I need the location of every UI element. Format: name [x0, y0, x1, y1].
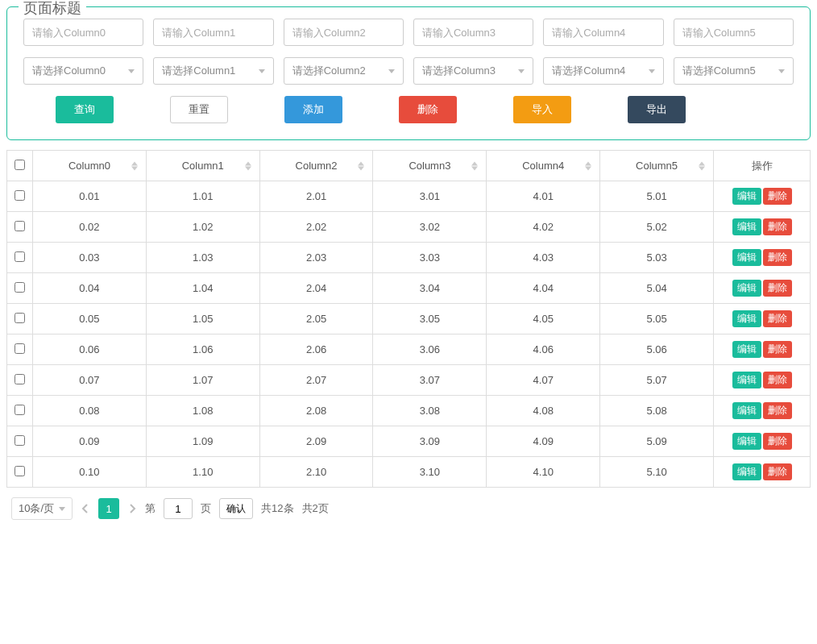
cell: 4.08 — [487, 396, 600, 426]
sort-icon[interactable] — [131, 161, 138, 170]
page-size-label: 10条/页 — [19, 501, 54, 516]
edit-button[interactable]: 编辑 — [732, 280, 761, 297]
page-input[interactable] — [164, 498, 193, 519]
edit-button[interactable]: 编辑 — [732, 249, 761, 266]
cell: 1.09 — [146, 426, 259, 457]
total-count: 共12条 — [261, 501, 293, 516]
row-delete-button[interactable]: 删除 — [763, 433, 792, 450]
page-number-current[interactable]: 1 — [98, 498, 119, 519]
row-checkbox[interactable] — [15, 190, 25, 201]
filter-select-3[interactable]: 请选择Column3 — [413, 57, 533, 85]
cell: 5.10 — [600, 457, 714, 488]
row-delete-button[interactable]: 删除 — [763, 372, 792, 388]
next-page-button[interactable] — [127, 504, 137, 513]
edit-button[interactable]: 编辑 — [732, 402, 761, 419]
row-checkbox[interactable] — [15, 313, 25, 323]
row-delete-button[interactable]: 删除 — [763, 310, 792, 327]
table-row: 0.101.102.103.104.105.10编辑删除 — [7, 457, 811, 488]
table-row: 0.031.032.033.034.035.03编辑删除 — [7, 243, 811, 273]
row-checkbox[interactable] — [15, 466, 25, 476]
cell: 5.03 — [600, 243, 714, 273]
page-label-after: 页 — [201, 501, 211, 516]
row-delete-button[interactable]: 删除 — [763, 188, 792, 205]
filter-input-3[interactable] — [413, 19, 533, 46]
cell: 2.10 — [259, 457, 373, 488]
column-header-2[interactable]: Column2 — [259, 151, 373, 181]
row-checkbox[interactable] — [15, 405, 25, 415]
cell: 3.10 — [373, 457, 487, 488]
edit-button[interactable]: 编辑 — [732, 218, 761, 235]
query-button[interactable]: 查询 — [56, 96, 114, 123]
cell: 2.02 — [259, 212, 373, 243]
row-checkbox[interactable] — [15, 221, 25, 231]
table-row: 0.091.092.093.094.095.09编辑删除 — [7, 426, 811, 457]
cell: 4.02 — [487, 212, 600, 243]
column-header-0[interactable]: Column0 — [33, 151, 147, 181]
column-header-4[interactable]: Column4 — [487, 151, 600, 181]
select-all-checkbox[interactable] — [15, 160, 25, 170]
edit-button[interactable]: 编辑 — [732, 188, 761, 205]
reset-button[interactable]: 重置 — [170, 96, 228, 123]
row-checkbox[interactable] — [15, 374, 25, 384]
page-confirm-button[interactable]: 确认 — [219, 498, 253, 519]
cell: 0.03 — [33, 243, 147, 273]
add-button[interactable]: 添加 — [284, 96, 342, 123]
prev-page-button[interactable] — [81, 504, 90, 513]
page-size-select[interactable]: 10条/页 — [11, 497, 73, 520]
filter-input-2[interactable] — [284, 19, 404, 46]
row-delete-button[interactable]: 删除 — [763, 249, 792, 266]
edit-button[interactable]: 编辑 — [732, 341, 761, 358]
filter-select-label: 请选择Column1 — [162, 64, 235, 78]
table-row: 0.021.022.023.024.025.02编辑删除 — [7, 212, 811, 243]
delete-button[interactable]: 删除 — [399, 96, 457, 123]
filter-select-5[interactable]: 请选择Column5 — [674, 57, 794, 85]
edit-button[interactable]: 编辑 — [732, 463, 761, 480]
row-checkbox[interactable] — [15, 343, 25, 354]
cell: 2.01 — [259, 181, 373, 212]
cell: 5.09 — [600, 426, 714, 457]
column-header-3[interactable]: Column3 — [373, 151, 487, 181]
filter-select-4[interactable]: 请选择Column4 — [543, 57, 663, 85]
cell: 1.04 — [146, 273, 259, 304]
filter-select-label: 请选择Column0 — [32, 64, 106, 78]
cell: 5.07 — [600, 365, 714, 396]
import-button[interactable]: 导入 — [513, 96, 571, 123]
action-header: 操作 — [714, 151, 811, 181]
column-header-5[interactable]: Column5 — [600, 151, 714, 181]
row-delete-button[interactable]: 删除 — [763, 463, 792, 480]
sort-icon[interactable] — [245, 161, 251, 170]
total-pages: 共2页 — [302, 501, 329, 516]
filter-select-0[interactable]: 请选择Column0 — [23, 57, 143, 85]
chevron-down-icon — [388, 69, 395, 73]
row-checkbox[interactable] — [15, 282, 25, 293]
filter-select-2[interactable]: 请选择Column2 — [284, 57, 404, 85]
filter-select-1[interactable]: 请选择Column1 — [153, 57, 273, 85]
pager: 10条/页 1 第 页 确认 共12条 共2页 — [6, 497, 811, 520]
row-delete-button[interactable]: 删除 — [763, 218, 792, 235]
cell: 0.05 — [33, 304, 147, 334]
sort-icon[interactable] — [471, 161, 478, 170]
edit-button[interactable]: 编辑 — [732, 310, 761, 327]
column-header-1[interactable]: Column1 — [146, 151, 259, 181]
filter-select-label: 请选择Column5 — [682, 64, 756, 78]
sort-icon[interactable] — [358, 161, 364, 170]
filter-input-1[interactable] — [153, 19, 273, 46]
filter-input-4[interactable] — [543, 19, 663, 46]
edit-button[interactable]: 编辑 — [732, 433, 761, 450]
filter-selects-row: 请选择Column0请选择Column1请选择Column2请选择Column3… — [23, 57, 794, 85]
filter-input-0[interactable] — [23, 19, 143, 46]
row-delete-button[interactable]: 删除 — [763, 402, 792, 419]
sort-icon[interactable] — [699, 161, 705, 170]
filter-input-5[interactable] — [674, 19, 794, 46]
column-header-label: Column5 — [636, 160, 678, 172]
sort-icon[interactable] — [585, 161, 591, 170]
row-checkbox[interactable] — [15, 435, 25, 446]
cell: 3.01 — [373, 181, 487, 212]
edit-button[interactable]: 编辑 — [732, 372, 761, 388]
export-button[interactable]: 导出 — [628, 96, 686, 123]
row-delete-button[interactable]: 删除 — [763, 280, 792, 297]
row-checkbox[interactable] — [15, 251, 25, 262]
row-delete-button[interactable]: 删除 — [763, 341, 792, 358]
cell: 3.09 — [373, 426, 487, 457]
cell: 5.01 — [600, 181, 714, 212]
